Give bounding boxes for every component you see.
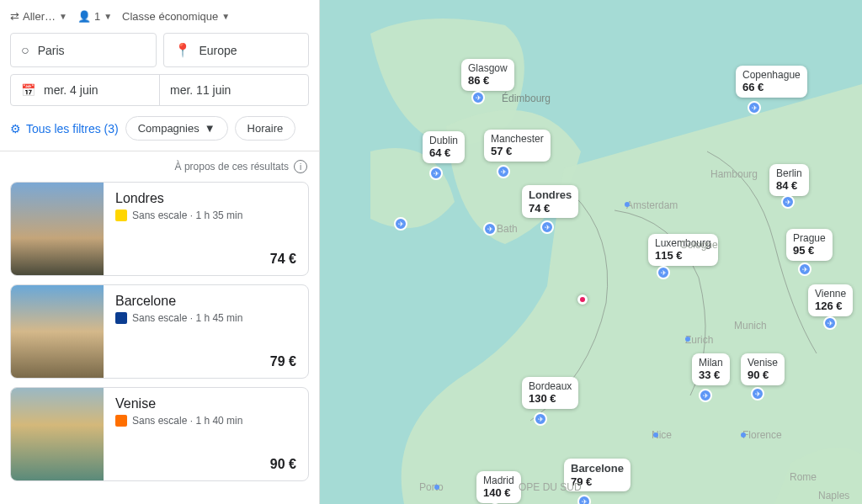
trip-type-label: Aller… <box>23 10 56 23</box>
map-price-pin[interactable]: Berlin84 € <box>769 164 809 196</box>
pin-city: Venise <box>748 357 778 369</box>
result-price: 90 € <box>115 457 296 472</box>
trip-type-selector[interactable]: ⇄ Aller… ▼ <box>10 10 67 23</box>
pin-city: Vienne <box>815 288 846 300</box>
pin-price: 115 € <box>655 249 711 263</box>
pin-city: Dublin <box>429 135 458 146</box>
result-city: Barcelone <box>115 294 296 309</box>
airport-marker[interactable] <box>798 263 811 276</box>
map-city-label: Porto <box>419 481 444 493</box>
map-price-pin[interactable]: Dublin64 € <box>423 131 465 163</box>
result-card[interactable]: Londres Sans escale · 1 h 35 min 74 € <box>10 182 309 276</box>
chevron-down-icon: ▼ <box>104 12 112 21</box>
result-card[interactable]: Barcelone Sans escale · 1 h 45 min 79 € <box>10 284 309 379</box>
airport-marker[interactable] <box>751 387 764 401</box>
map-city-label: Florence <box>742 429 782 441</box>
circle-icon: ○ <box>21 43 29 58</box>
chip-label: Horaire <box>247 122 284 135</box>
map-city-label: Hambourg <box>710 168 758 180</box>
pin-price: 130 € <box>529 392 572 406</box>
result-sub: Sans escale · 1 h 40 min <box>115 415 296 427</box>
map-price-pin[interactable]: Bordeaux130 € <box>522 377 578 409</box>
map-city-label: Bath <box>497 223 518 235</box>
airport-marker[interactable] <box>781 195 795 209</box>
airport-marker[interactable] <box>540 220 554 234</box>
origin-input[interactable]: ○ Paris <box>10 33 157 67</box>
result-card[interactable]: Venise Sans escale · 1 h 40 min 90 € <box>10 387 309 481</box>
swap-icon: ⇄ <box>10 10 19 23</box>
result-sub: Sans escale · 1 h 35 min <box>115 210 296 221</box>
all-filters-button[interactable]: ⚙ Tous les filtres (3) <box>10 122 119 135</box>
map-city-label: Rome <box>790 471 817 483</box>
map-city-label: Naples <box>818 490 849 501</box>
map-price-pin[interactable]: Prague95 € <box>786 229 833 261</box>
pin-city: Glasgow <box>468 62 508 74</box>
map-price-pin[interactable]: Glasgow86 € <box>461 59 514 91</box>
map-price-pin[interactable]: Madrid140 € <box>476 471 521 503</box>
result-image <box>11 183 104 275</box>
result-city: Londres <box>115 191 296 206</box>
pin-price: 84 € <box>776 179 802 193</box>
chevron-down-icon: ▼ <box>221 12 230 21</box>
passengers-selector[interactable]: 👤 1 ▼ <box>77 10 112 23</box>
pin-icon: 📍 <box>174 42 191 58</box>
pin-city: Londres <box>529 188 572 202</box>
destination-input[interactable]: 📍 Europe <box>163 33 310 67</box>
origin-value: Paris <box>38 44 65 57</box>
cabin-selector[interactable]: Classe économique ▼ <box>122 10 230 23</box>
pin-city: Prague <box>793 232 826 244</box>
airport-marker[interactable] <box>483 222 497 236</box>
airport-marker[interactable] <box>394 217 407 231</box>
calendar-icon: 📅 <box>21 83 35 97</box>
depart-date-input[interactable]: 📅 mer. 4 juin <box>11 75 160 105</box>
all-filters-label: Tous les filtres (3) <box>26 122 119 135</box>
result-sub: Sans escale · 1 h 45 min <box>115 312 296 324</box>
map-price-pin[interactable]: Vienne126 € <box>808 284 853 316</box>
airport-marker[interactable] <box>823 316 837 330</box>
destination-value: Europe <box>200 44 237 57</box>
airport-marker[interactable] <box>577 495 591 504</box>
map-city-label: Édimbourg <box>502 93 551 104</box>
pin-price: 74 € <box>529 202 572 215</box>
pin-price: 86 € <box>468 74 508 88</box>
result-stops: Sans escale · 1 h 40 min <box>132 415 242 427</box>
map-price-pin[interactable]: Londres74 € <box>522 185 578 218</box>
about-results[interactable]: À propos de ces résultats i <box>0 151 319 182</box>
airport-marker[interactable] <box>699 389 712 402</box>
airline-icon <box>115 312 127 324</box>
result-body: Venise Sans escale · 1 h 40 min 90 € <box>104 388 308 480</box>
pin-city: Copenhague <box>742 69 801 81</box>
city-dot <box>625 202 630 207</box>
result-city: Venise <box>115 396 296 411</box>
filter-chip-horaire[interactable]: Horaire <box>235 116 296 141</box>
pin-price: 126 € <box>815 300 846 313</box>
result-image <box>11 285 104 378</box>
airport-marker[interactable] <box>657 266 670 279</box>
airport-marker[interactable] <box>748 101 761 114</box>
map-price-pin[interactable]: Manchester57 € <box>484 130 551 162</box>
return-date-input[interactable]: mer. 11 juin <box>160 75 308 105</box>
map-price-pin[interactable]: Venise90 € <box>741 353 785 385</box>
date-row: 📅 mer. 4 juin mer. 11 juin <box>10 74 309 106</box>
city-dot <box>653 432 658 438</box>
airport-marker[interactable] <box>429 167 443 180</box>
city-dot <box>685 337 690 342</box>
map-price-pin[interactable]: Milan33 € <box>692 353 730 385</box>
chip-label: Compagnies <box>138 122 200 135</box>
airport-marker[interactable] <box>471 91 485 104</box>
result-image <box>11 388 104 480</box>
map-city-label: Cologne <box>680 239 718 251</box>
result-price: 79 € <box>115 354 296 369</box>
origin-marker <box>577 294 588 305</box>
result-stops: Sans escale · 1 h 35 min <box>132 210 242 221</box>
airport-marker[interactable] <box>534 412 547 426</box>
map[interactable]: Glasgow86 €Dublin64 €Manchester57 €Londr… <box>320 0 862 504</box>
depart-date-value: mer. 4 juin <box>44 83 98 97</box>
map-city-label: Amsterdam <box>626 199 678 211</box>
map-price-pin[interactable]: Copenhague66 € <box>736 66 807 98</box>
airport-marker[interactable] <box>497 165 510 178</box>
filter-chip-compagnies[interactable]: Compagnies ▼ <box>125 116 228 141</box>
pin-price: 33 € <box>699 369 723 382</box>
chevron-down-icon: ▼ <box>205 122 216 135</box>
pin-city: Barcelone <box>571 462 624 475</box>
